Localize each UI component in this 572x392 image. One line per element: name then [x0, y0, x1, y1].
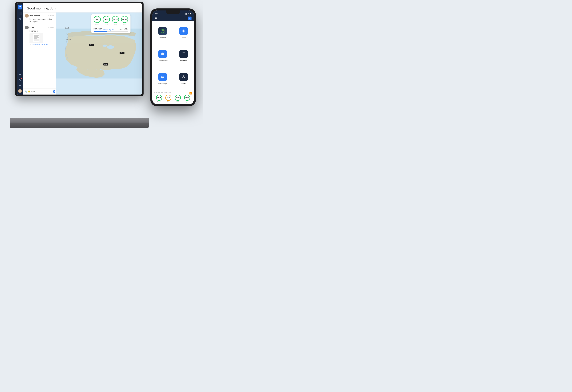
phone-break-gauge: 06:47 Break — [156, 95, 162, 103]
mike-marker: Mike — [120, 52, 125, 54]
cycle-gauge: 56:34 Cycle — [121, 16, 128, 25]
app-grid: Dispatch Loads — [152, 21, 194, 90]
svg-point-8 — [107, 46, 114, 49]
app-logo-icon[interactable]: T — [18, 5, 22, 9]
phone-hos-title: HOURS OF SERVICE — [154, 92, 171, 94]
phone-notch — [166, 11, 180, 14]
messenger-icon — [159, 73, 167, 81]
admin-app-cell[interactable]: A Admin — [173, 67, 194, 90]
drive-circle: 09:45 — [103, 16, 110, 23]
chat-input-area[interactable]: 📎 🙂 ➤ — [23, 88, 56, 94]
dan-name: Dan Johnson — [30, 15, 40, 17]
scanner-app-cell[interactable]: Scanner — [173, 44, 194, 67]
laptop-bottom — [10, 123, 149, 128]
cycle-circle: 56:34 — [121, 16, 128, 23]
seattle-label: Seattle — [65, 27, 70, 29]
brian-marker: Brian — [89, 44, 94, 46]
hamburger-icon[interactable]: ☰ — [155, 17, 157, 20]
cloud-drive-icon — [159, 50, 167, 58]
phone-shift-circle: 12:26 — [175, 95, 181, 101]
attach-icon[interactable]: 📎 — [25, 91, 27, 93]
user-avatar[interactable]: JD — [18, 89, 22, 93]
svg-point-0 — [19, 18, 21, 20]
chat-panel: Dan Johnson 11:45 AM hey man, please sen… — [23, 13, 56, 94]
signal-icon: ▌▌▌ — [184, 13, 187, 15]
map-chat-area: Dan Johnson 11:45 AM hey man, please sen… — [23, 13, 142, 94]
send-button[interactable]: ➤ — [53, 90, 55, 94]
phone-hos-section: HOURS OF SERVICE 📶 06:47 Break 09:45 — [152, 90, 194, 104]
bell-icon[interactable] — [18, 84, 22, 87]
hos-gauges: 06:47 Break 09:45 Drive — [94, 16, 128, 25]
load-progress-bar — [94, 31, 128, 32]
larry-name: Larry — [30, 27, 34, 29]
laptop-screen: T — [17, 3, 142, 94]
break-gauge: 06:47 Break — [94, 16, 101, 25]
laptop-sidebar: T — [17, 3, 23, 94]
cloud-drive-app-cell[interactable]: Cloud Drive — [152, 44, 173, 67]
load-info: Load #1103 ETA Denver, CO → Salt Lake Ci… — [94, 26, 128, 32]
phone-screen: 9:30 ▌▌▌ ⌘ ▮ ☰ T — [152, 11, 194, 104]
dan-text: hey man, please send me that BOL again — [25, 18, 54, 23]
phone-bezel: 9:30 ▌▌▌ ⌘ ▮ ☰ T — [150, 8, 196, 106]
admin-label: Admin — [181, 82, 186, 85]
drive-gauge: 09:45 Drive — [103, 16, 110, 25]
phone-drive-circle: 09:45 — [165, 95, 171, 101]
attachment-filename: 📄Memphis DC - BOL.pdf — [25, 43, 54, 46]
svg-text:A: A — [183, 76, 184, 77]
svg-rect-6 — [34, 39, 39, 41]
laptop-header: Good morning, John. — [23, 3, 142, 13]
svg-rect-1 — [33, 34, 40, 42]
chat-input[interactable] — [31, 91, 52, 93]
messenger-app-cell[interactable]: Messenger — [152, 67, 173, 90]
larry-marker: Larry — [103, 63, 109, 65]
wifi-icon: ⌘ — [188, 13, 189, 15]
phone: 9:30 ▌▌▌ ⌘ ▮ ☰ T — [150, 8, 196, 106]
scanner-label: Scanner — [180, 60, 187, 62]
loads-label: Loads — [181, 37, 186, 39]
attachment-preview — [30, 33, 43, 43]
svg-point-9 — [103, 45, 107, 47]
phone-cycle-gauge: 56:34 Cycle — [184, 95, 190, 103]
phone-nav-bar: ☰ T — [152, 16, 194, 21]
wifi-signal-icon: 📶 — [189, 92, 192, 94]
larry-time: 11:45 AM — [48, 27, 54, 28]
dispatch-app-cell[interactable]: Dispatch — [152, 21, 173, 44]
dan-time: 11:45 AM — [48, 15, 54, 16]
chat-message-2: Larry 11:45 AM here you go — [23, 24, 56, 47]
spokane-label: Spokane — [66, 33, 72, 35]
phone-hos-gauges: 06:47 Break 09:45 Drive 12:26 — [154, 95, 192, 103]
laptop: T — [10, 2, 149, 133]
larry-text: here you go — [25, 30, 54, 32]
phone-notification[interactable]: 1 — [18, 78, 22, 82]
loads-icon — [179, 27, 188, 35]
dan-avatar — [25, 14, 29, 17]
phone-drive-gauge: 09:45 Drive — [165, 95, 171, 103]
notification-badge-dot: 1 — [21, 78, 22, 79]
svg-rect-3 — [34, 36, 38, 37]
load-progress-fill — [94, 31, 107, 32]
phone-break-circle: 06:47 — [156, 95, 162, 101]
svg-rect-2 — [34, 35, 39, 36]
laptop-bezel: T — [15, 2, 143, 96]
loads-app-cell[interactable]: Loads — [173, 21, 194, 44]
cloud-drive-label: Cloud Drive — [158, 60, 168, 62]
svg-rect-5 — [34, 38, 37, 39]
map-area: Seattle Spokane Portland 06:47 Break — [56, 13, 142, 94]
phone-cycle-circle: 56:34 — [184, 95, 190, 101]
location-icon[interactable] — [18, 17, 22, 21]
phone-shift-gauge: 12:26 Shift — [175, 95, 181, 103]
grid-icon[interactable] — [18, 12, 22, 15]
laptop-main: Good morning, John. Dan Johnson 11:45 AM… — [23, 3, 142, 94]
shift-circle: 12:26 — [112, 16, 119, 23]
phone-time: 9:30 — [155, 13, 159, 15]
chat-message-1: Dan Johnson 11:45 AM hey man, please sen… — [23, 13, 56, 24]
admin-icon: A — [179, 73, 188, 81]
chat-icon[interactable] — [18, 73, 22, 77]
break-circle: 06:47 — [94, 16, 101, 23]
phone-status-icons: ▌▌▌ ⌘ ▮ — [184, 13, 191, 15]
hos-widget: 06:47 Break 09:45 Drive — [91, 14, 130, 33]
messenger-label: Messenger — [158, 82, 167, 85]
battery-icon: ▮ — [190, 13, 191, 15]
emoji-icon[interactable]: 🙂 — [28, 91, 30, 93]
svg-rect-4 — [34, 37, 39, 38]
